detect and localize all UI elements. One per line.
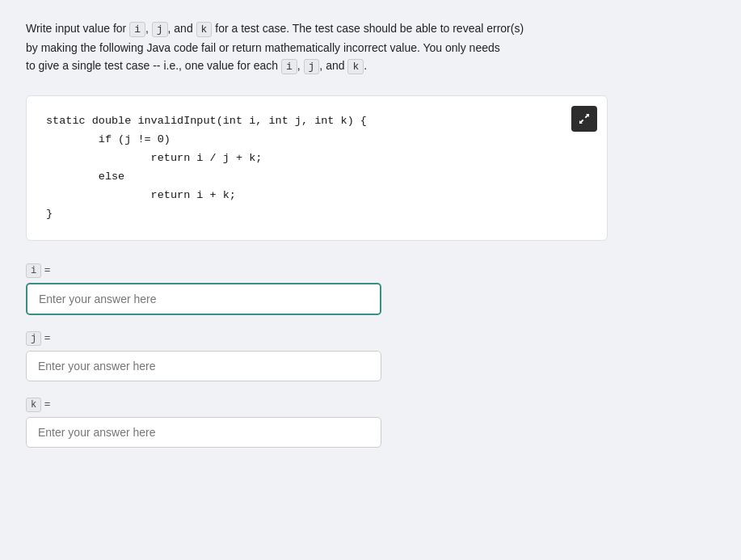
input-i[interactable] [26, 283, 381, 315]
inline-code-i2: i [281, 59, 297, 74]
eq-j: = [41, 331, 50, 343]
field-section-i: i = [26, 263, 381, 315]
field-section-j: j = [26, 331, 381, 381]
inline-code-j: j [152, 22, 168, 37]
code-block: static double invalidInput(int i, int j,… [46, 112, 587, 224]
field-section-k: k = [26, 398, 381, 448]
inline-code-k: k [196, 22, 213, 37]
field-label-k: k = [26, 398, 381, 411]
desc-line1: Write input value for i, j, and k for a … [26, 22, 524, 35]
inline-code-j2: j [304, 59, 320, 74]
var-k-label: k [26, 398, 41, 412]
expand-icon [578, 112, 591, 125]
code-block-container: static double invalidInput(int i, int j,… [26, 95, 608, 241]
input-k[interactable] [26, 417, 381, 448]
var-i-label: i [26, 263, 41, 278]
inline-code-i: i [129, 22, 145, 37]
var-j-label: j [26, 331, 41, 346]
inline-code-k2: k [347, 59, 364, 74]
input-j[interactable] [26, 351, 381, 381]
eq-k: = [41, 398, 50, 410]
eq-i: = [41, 263, 50, 276]
field-label-j: j = [26, 331, 381, 344]
description-text: Write input value for i, j, and k for a … [26, 19, 715, 76]
desc-line2: by making the following Java code fail o… [26, 41, 500, 54]
desc-line3: to give a single test case -- i.e., one … [26, 59, 367, 72]
field-label-i: i = [26, 263, 381, 276]
expand-button[interactable] [571, 106, 597, 132]
